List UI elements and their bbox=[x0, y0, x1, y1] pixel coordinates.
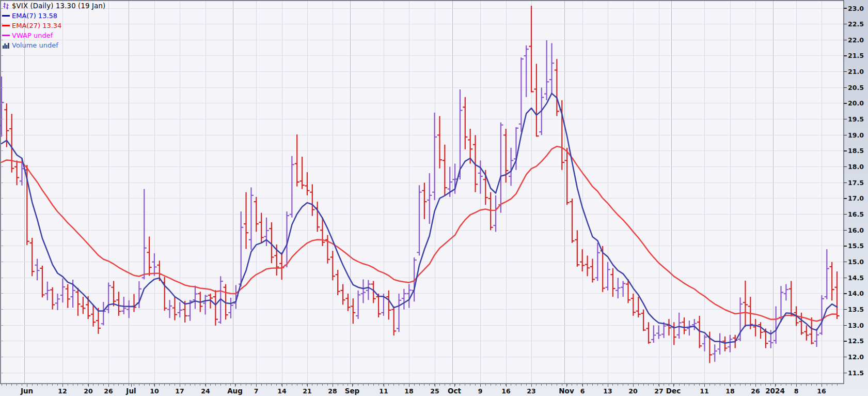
svg-text:15.0: 15.0 bbox=[848, 258, 864, 266]
svg-text:13: 13 bbox=[603, 387, 612, 395]
legend-row-volume: Volume undef bbox=[2, 40, 105, 50]
vwap-label: VWAP undef bbox=[12, 32, 53, 39]
svg-text:11: 11 bbox=[379, 387, 388, 395]
volume-label: Volume undef bbox=[12, 41, 58, 49]
svg-text:8: 8 bbox=[794, 387, 799, 395]
svg-text:6: 6 bbox=[580, 387, 585, 395]
svg-text:14: 14 bbox=[277, 387, 287, 395]
volume-icon bbox=[2, 42, 10, 49]
svg-text:15.5: 15.5 bbox=[848, 242, 864, 250]
svg-text:2024: 2024 bbox=[765, 387, 785, 395]
svg-text:12.5: 12.5 bbox=[848, 337, 864, 345]
stockchart-window: 23.022.522.021.521.020.520.019.519.018.5… bbox=[0, 0, 868, 396]
svg-text:19.5: 19.5 bbox=[848, 115, 864, 123]
svg-text:18.0: 18.0 bbox=[848, 163, 864, 171]
svg-text:Aug: Aug bbox=[227, 387, 243, 395]
ema7-swatch bbox=[2, 15, 10, 17]
svg-text:7: 7 bbox=[254, 387, 259, 395]
svg-text:14.0: 14.0 bbox=[848, 290, 864, 297]
vwap-swatch bbox=[2, 35, 10, 36]
svg-text:16: 16 bbox=[817, 387, 826, 395]
svg-text:26: 26 bbox=[751, 387, 760, 395]
svg-text:9: 9 bbox=[478, 387, 483, 395]
svg-text:Jul: Jul bbox=[125, 387, 136, 395]
svg-text:16: 16 bbox=[501, 387, 511, 395]
svg-text:20: 20 bbox=[628, 387, 638, 395]
svg-text:16.5: 16.5 bbox=[848, 210, 864, 218]
svg-text:22.5: 22.5 bbox=[848, 20, 864, 28]
chart-title: $VIX (Daily) 13.30 (19 Jan) bbox=[12, 2, 105, 10]
svg-text:11.5: 11.5 bbox=[848, 369, 864, 377]
svg-text:18.5: 18.5 bbox=[848, 147, 864, 155]
svg-text:20: 20 bbox=[84, 387, 93, 395]
ema27-label: EMA(27) 13.34 bbox=[12, 22, 61, 29]
svg-text:21.0: 21.0 bbox=[848, 68, 864, 75]
ema27-swatch bbox=[2, 25, 10, 26]
svg-text:28: 28 bbox=[328, 387, 337, 395]
svg-text:Dec: Dec bbox=[666, 387, 681, 395]
svg-text:Nov: Nov bbox=[559, 387, 574, 395]
svg-text:16.0: 16.0 bbox=[848, 226, 864, 234]
svg-text:23: 23 bbox=[527, 387, 535, 395]
svg-text:17.0: 17.0 bbox=[848, 194, 864, 202]
svg-text:20.0: 20.0 bbox=[848, 99, 864, 107]
svg-text:26: 26 bbox=[104, 387, 113, 395]
svg-text:Oct: Oct bbox=[448, 387, 461, 395]
svg-text:27: 27 bbox=[654, 387, 663, 395]
svg-text:11: 11 bbox=[700, 387, 708, 395]
legend-row-vwap: VWAP undef bbox=[2, 31, 105, 40]
svg-text:24: 24 bbox=[201, 387, 210, 395]
svg-text:13.5: 13.5 bbox=[848, 306, 864, 313]
svg-text:Sep: Sep bbox=[345, 387, 360, 395]
ema7-label: EMA(7) 13.58 bbox=[12, 12, 57, 20]
chart-title-row: $VIX (Daily) 13.30 (19 Jan) bbox=[2, 1, 105, 11]
chart-legend: $VIX (Daily) 13.30 (19 Jan) EMA(7) 13.58… bbox=[2, 1, 105, 50]
svg-text:14.5: 14.5 bbox=[848, 274, 864, 282]
svg-text:12.0: 12.0 bbox=[848, 353, 864, 361]
svg-text:Jun: Jun bbox=[20, 387, 33, 395]
svg-text:18: 18 bbox=[404, 387, 413, 395]
svg-text:13.0: 13.0 bbox=[848, 322, 864, 329]
chart-type-icon bbox=[2, 2, 10, 10]
legend-row-ema27: EMA(27) 13.34 bbox=[2, 21, 105, 31]
svg-text:25: 25 bbox=[430, 387, 439, 395]
price-chart: 23.022.522.021.521.020.520.019.519.018.5… bbox=[0, 0, 868, 396]
svg-text:22.0: 22.0 bbox=[848, 36, 864, 44]
svg-text:17: 17 bbox=[175, 387, 184, 395]
svg-text:17.5: 17.5 bbox=[848, 179, 864, 187]
svg-text:20.5: 20.5 bbox=[848, 84, 864, 92]
svg-text:21: 21 bbox=[303, 387, 311, 395]
svg-text:23.0: 23.0 bbox=[848, 5, 864, 12]
svg-text:10: 10 bbox=[150, 387, 159, 395]
legend-row-ema7: EMA(7) 13.58 bbox=[2, 11, 105, 21]
svg-text:12: 12 bbox=[58, 387, 67, 395]
svg-text:18: 18 bbox=[725, 387, 734, 395]
svg-text:19.0: 19.0 bbox=[848, 131, 864, 139]
svg-text:21.5: 21.5 bbox=[848, 52, 864, 59]
